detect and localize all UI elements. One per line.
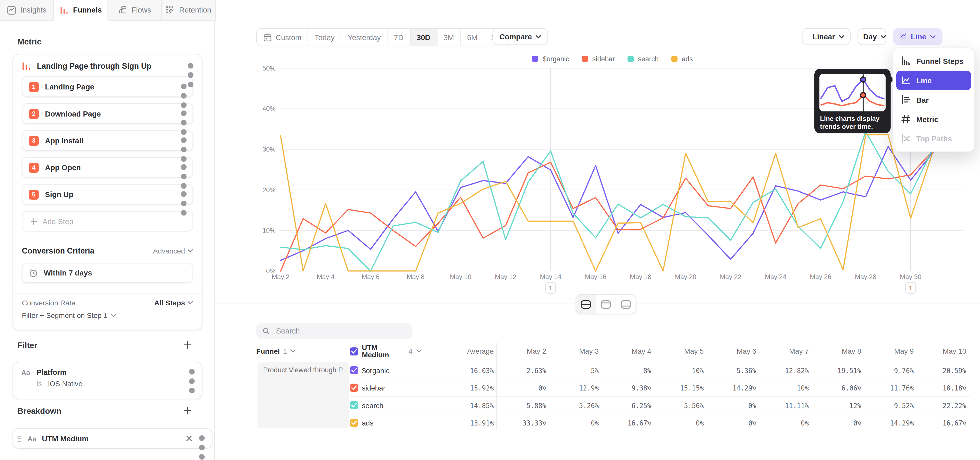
range-today[interactable]: Today <box>308 29 342 46</box>
date-column-header[interactable]: May 7 <box>756 347 809 355</box>
annotation-marker[interactable]: 1 <box>546 282 555 293</box>
advanced-dropdown[interactable]: Advanced <box>153 247 193 254</box>
legend-item-ads[interactable]: ads <box>671 55 693 62</box>
cell-value: 16.67% <box>914 419 966 426</box>
range-custom[interactable]: Custom <box>257 29 309 46</box>
kebab-menu-icon[interactable] <box>198 434 205 442</box>
date-column-header[interactable]: May 10 <box>914 347 966 355</box>
series-checkbox[interactable] <box>350 401 358 409</box>
kebab-menu-icon[interactable] <box>180 109 187 118</box>
funnel-title: Landing Page through Sign Up <box>37 62 181 70</box>
cell-value: 15.15% <box>651 384 704 391</box>
add-breakdown-button[interactable] <box>183 406 192 415</box>
menu-item-metric[interactable]: Metric <box>896 110 971 129</box>
date-column-header[interactable]: May 4 <box>599 347 651 355</box>
menu-item-top-paths[interactable]: Top Paths <box>896 129 971 148</box>
tab-flows[interactable]: Flows <box>108 0 162 20</box>
kebab-menu-icon[interactable] <box>188 368 196 377</box>
kebab-menu-icon[interactable] <box>180 136 187 145</box>
breakdown-column-header[interactable]: UTM Medium 4 <box>350 343 422 359</box>
date-column-header[interactable]: May 5 <box>651 347 704 355</box>
annotation-marker[interactable]: 1 <box>906 282 916 293</box>
menu-item-bar[interactable]: Bar <box>896 90 971 110</box>
kebab-menu-icon[interactable] <box>180 82 187 91</box>
table-row-ads[interactable]: ads13.91%33.33%0%16.67%0%0%0%0%14.29%16.… <box>350 414 970 431</box>
cell-value: 9.52% <box>861 401 914 409</box>
add-step-button[interactable]: Add Step <box>22 211 193 232</box>
step-label: App Install <box>45 136 173 145</box>
remove-breakdown-icon[interactable] <box>186 435 192 442</box>
filter-segment-dropdown[interactable]: Filter + Segment on Step 1 <box>22 312 193 319</box>
series-checkbox[interactable] <box>350 366 358 374</box>
legend-item-sidebar[interactable]: sidebar <box>582 55 615 62</box>
legend-item-organic[interactable]: $organic <box>532 55 569 62</box>
date-column-header[interactable]: May 9 <box>861 347 914 355</box>
funnel-column-header[interactable]: Funnel 1 <box>256 347 350 355</box>
svg-text:May 4: May 4 <box>317 273 334 280</box>
funnel-step-2[interactable]: 2 Download Page <box>22 103 193 124</box>
table-row-organic[interactable]: $organic16.03%2.63%5%8%10%5.36%12.82%19.… <box>350 362 970 379</box>
svg-text:May 8: May 8 <box>407 273 425 280</box>
breakdown-table: Funnel 1 UTM Medium 4 Average May 2May 3… <box>256 343 970 431</box>
svg-text:May 6: May 6 <box>362 273 380 280</box>
cell-value: 12% <box>809 401 861 409</box>
range-yesterday[interactable]: Yesterday <box>342 29 388 46</box>
search-input[interactable] <box>275 326 406 336</box>
scale-dropdown-button[interactable]: Linear <box>802 28 851 45</box>
date-column-header[interactable]: May 6 <box>704 347 756 355</box>
cell-value: 2.63% <box>494 366 546 374</box>
funnel-step-4[interactable]: 4 App Open <box>22 157 193 178</box>
kebab-menu-icon[interactable] <box>180 190 187 198</box>
select-all-checkbox[interactable] <box>350 347 358 355</box>
granularity-dropdown-button[interactable]: Day <box>858 28 886 45</box>
date-column-header[interactable]: May 8 <box>809 347 861 355</box>
series-checkbox[interactable] <box>350 383 358 392</box>
legend-item-search[interactable]: search <box>627 55 659 62</box>
query-sidebar: Metric Landing Page through Sign Up 1 La… <box>0 20 215 460</box>
date-column-header[interactable]: May 3 <box>546 347 599 355</box>
menu-item-label: Line <box>916 76 932 85</box>
table-row-search[interactable]: search14.85%5.88%5.26%6.25%5.56%0%11.11%… <box>350 396 970 414</box>
menu-item-line[interactable]: Line <box>896 71 971 90</box>
kebab-menu-icon[interactable] <box>180 163 187 172</box>
breakdown-card[interactable]: Aa UTM Medium <box>13 428 213 449</box>
table-row-sidebar[interactable]: sidebar15.92%0%12.9%9.38%15.15%14.29%10%… <box>350 379 970 396</box>
range-6m[interactable]: 6M <box>461 29 484 46</box>
filter-value[interactable]: iOS Native <box>48 380 83 387</box>
funnel-col-count: 1 <box>283 347 287 355</box>
chart-type-dropdown-button[interactable]: Line <box>893 28 942 45</box>
cell-value: 6.06% <box>809 384 861 391</box>
svg-text:May 16: May 16 <box>585 273 606 280</box>
funnel-step-1[interactable]: 1 Landing Page <box>22 77 193 97</box>
table-only-toggle[interactable] <box>616 295 636 313</box>
funnel-step-5[interactable]: 5 Sign Up <box>22 184 193 205</box>
add-filter-button[interactable] <box>183 340 192 349</box>
legend-swatch <box>671 56 677 62</box>
drag-handle-icon[interactable] <box>17 435 22 441</box>
filter-card[interactable]: Aa Platform Is iOS Native <box>13 362 202 399</box>
range-7d[interactable]: 7D <box>388 29 410 46</box>
series-checkbox[interactable] <box>350 418 358 427</box>
kebab-menu-icon[interactable] <box>187 62 194 70</box>
menu-item-funnel-steps[interactable]: Funnel Steps <box>896 51 971 71</box>
compare-button[interactable]: Compare <box>493 28 548 45</box>
conversion-rate-dropdown[interactable]: All Steps <box>154 299 193 307</box>
split-view-toggle[interactable] <box>576 295 596 313</box>
legend-swatch <box>532 56 538 62</box>
conversion-window-button[interactable]: Within 7 days <box>22 263 193 283</box>
cell-value: 0% <box>809 419 861 426</box>
tab-retention[interactable]: Retention <box>162 0 216 20</box>
funnel-step-3[interactable]: 3 App Install <box>22 130 193 151</box>
funnel-name-cell[interactable]: Product Viewed through P... <box>258 362 349 428</box>
tab-funnels[interactable]: Funnels <box>54 0 108 21</box>
range-3m[interactable]: 3M <box>437 29 461 46</box>
svg-text:May 2: May 2 <box>272 273 290 280</box>
date-column-header[interactable]: May 2 <box>494 347 546 355</box>
svg-text:May 18: May 18 <box>630 273 651 280</box>
svg-text:May 20: May 20 <box>675 273 696 280</box>
bar-chart-icon <box>901 95 911 104</box>
average-column-header[interactable]: Average <box>422 347 494 355</box>
tab-insights[interactable]: Insights <box>0 0 54 20</box>
chart-only-toggle[interactable] <box>596 295 616 313</box>
range-30d[interactable]: 30D <box>410 29 437 46</box>
